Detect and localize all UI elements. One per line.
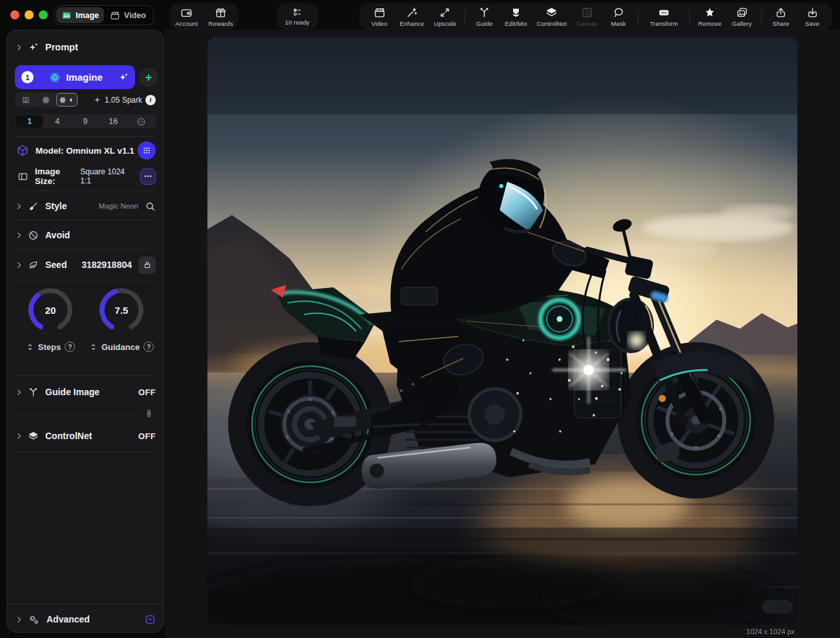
seed-section-header[interactable]: Seed 3182918804 [15,251,156,278]
chevron-right-icon [15,388,23,396]
toolbar-label: Remove [698,20,722,27]
batch-option-1[interactable]: 1 [16,115,43,128]
toolbar-divider [689,9,690,25]
toolbar-item-editmix[interactable]: Edit/Mix [502,6,530,27]
model-label: Model: Omnium XL v1.1 [36,146,134,156]
guidance-gauge[interactable]: 7.5 [98,286,145,334]
toolbar-item-upscale[interactable]: Upscale [431,6,459,27]
close-window-button[interactable] [10,10,19,19]
mode-cloud-button[interactable] [36,93,56,107]
chevron-right-icon [15,432,23,440]
queue-status-button[interactable]: 10 ready [277,3,318,30]
mode-device-button[interactable] [16,93,36,107]
seed-value: 3182918804 [81,260,132,270]
toolbar-item-share[interactable]: Share [767,6,794,27]
mode-boost-button[interactable] [56,93,78,107]
batch-option-9[interactable]: 9 [71,115,99,128]
chain-link-icon[interactable] [143,408,154,419]
seed-icon [28,260,39,271]
batch-count-badge: 1 [21,71,34,83]
account-button[interactable]: Account [173,6,200,27]
queue-ready-label: 10 ready [285,19,310,26]
spark-icon [93,96,101,104]
tab-video[interactable]: Video [104,7,152,23]
divider [7,604,163,604]
canvas-area: 1024 x 1024 px [165,30,840,638]
seed-label: Seed [45,260,67,270]
motorcycle-sunset-artwork [207,37,797,625]
wallet-icon [180,6,193,19]
batch-more-button[interactable] [127,115,155,128]
advanced-section-header[interactable]: Advanced [15,606,156,632]
toolbar-item-enhance[interactable]: Enhance [397,6,427,27]
ellipsis-circle-icon [136,117,146,127]
compute-mode-row: 1.05 Spark i [15,92,156,107]
triangle-down-box-icon[interactable] [145,614,156,625]
controlnet-state: OFF [138,431,156,441]
guide-image-section-header[interactable]: Guide Image OFF [15,379,156,405]
image-size-row[interactable]: Image Size: Square 1024 1:1 ⋯ [15,163,156,189]
guidance-value: 7.5 [98,286,145,334]
guidance-dial[interactable]: 7.5 Guidance ? [86,286,157,352]
clapperboard-icon [110,10,120,21]
batch-option-4[interactable]: 4 [43,115,71,128]
tab-image[interactable]: Image [56,7,104,23]
minimize-window-button[interactable] [25,10,34,19]
toolbar-label: Save [805,20,819,27]
stepper-icon[interactable] [26,343,34,351]
toolbar-label: Mask [611,20,626,27]
chevron-right-icon [15,43,23,52]
cube-icon [16,144,29,157]
chevron-right-icon [15,261,23,269]
stepper-icon[interactable] [89,343,98,351]
seed-lock-button[interactable] [138,256,156,274]
toolbar-item-transform[interactable]: Transform [644,6,684,27]
image-dimensions-label: 1024 x 1024 px [207,628,797,635]
toolbar-item-controlnet[interactable]: ControlNet [534,6,569,27]
controlnet-section-header[interactable]: ControlNet OFF [15,423,156,449]
toolbar-label: Gallery [732,20,752,27]
search-icon[interactable] [145,201,156,212]
help-icon[interactable]: ? [65,342,75,352]
toolbar-label: Transform [649,20,678,27]
steps-dial[interactable]: 20 Steps ? [15,286,86,352]
add-prompt-button[interactable]: + [139,68,158,87]
style-label: Style [45,201,67,211]
guide-image-label: Guide Image [45,387,100,397]
generated-image[interactable] [207,37,797,625]
toolbar-item-video[interactable]: Video [366,6,393,27]
divider [15,190,156,191]
toolbar-label: Guide [476,20,493,27]
avoid-section-header[interactable]: Avoid [15,222,156,248]
batch-option-16[interactable]: 16 [100,115,127,128]
imagine-button[interactable]: 1 Imagine [15,65,135,89]
mode-tab-switch: Image Video [54,5,154,25]
star-icon [704,6,716,19]
sidebar: Prompt 1 Imagine + [6,30,164,633]
sparkle-icon [118,72,129,83]
laptop-icon [21,96,30,105]
divider [15,414,135,415]
zoom-window-button[interactable] [39,10,48,19]
info-icon[interactable]: i [145,95,156,105]
magic-wand-icon [406,6,418,19]
toolbar-label: Upscale [434,20,456,27]
steps-gauge[interactable]: 20 [26,286,74,334]
gears-icon [28,613,40,626]
toolbar-item-mask[interactable]: Mask [605,6,632,27]
help-icon[interactable]: ? [143,342,154,352]
toolbar-item-save[interactable]: Save [799,6,826,27]
guidance-label: Guidance [101,342,140,352]
image-size-more-button[interactable]: ⋯ [140,169,156,185]
style-section-header[interactable]: Style Magic Neon [15,193,156,219]
toolbar-item-guide[interactable]: Guide [471,6,498,27]
toolbar-item-remove[interactable]: Remove [696,6,724,27]
atom-icon [41,96,50,105]
rewards-button[interactable]: Rewards [206,6,236,27]
model-picker-button[interactable] [138,141,156,160]
prompt-section-header[interactable]: Prompt [15,38,156,56]
toolbar-item-gallery[interactable]: Gallery [728,6,755,27]
divider [15,249,156,250]
model-row[interactable]: Model: Omnium XL v1.1 [15,138,156,163]
toolbar-label: Enhance [400,20,425,27]
